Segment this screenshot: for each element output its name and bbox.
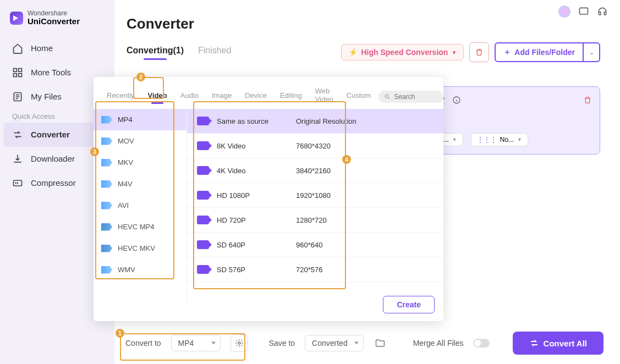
video-format-icon (101, 245, 112, 252)
ptab-recently[interactable]: Recently (101, 89, 140, 105)
sidebar-item-home[interactable]: Home (0, 36, 114, 60)
res-576p[interactable]: SD 576P720*576 (187, 257, 443, 282)
convert-to-label: Convert to (125, 339, 161, 348)
clear-list-button[interactable] (469, 42, 489, 62)
format-m4v[interactable]: M4V (94, 173, 186, 195)
svg-rect-0 (14, 68, 17, 71)
format-hevc-mp4[interactable]: HEVC MP4 (94, 216, 186, 238)
format-wmv[interactable]: WMV (94, 259, 186, 280)
format-hevc-mkv[interactable]: HEVC MKV (94, 238, 186, 259)
annotation-badge-2: 2 (136, 73, 145, 81)
ptab-device[interactable]: Device (239, 89, 272, 105)
format-label: AVI (118, 201, 129, 209)
ptab-webvideo[interactable]: Web Video (310, 85, 339, 109)
res-value: 720*576 (296, 266, 322, 274)
res-720p[interactable]: HD 720P1280*720 (187, 208, 443, 233)
logo-text: Wondershare UniConverter (28, 10, 80, 26)
files-icon (12, 91, 23, 102)
res-name: 4K Video (217, 167, 288, 175)
format-list[interactable]: MP4 MOV MKV M4V AVI HEVC MP4 HEVC MKV WM… (94, 109, 187, 301)
res-1080p[interactable]: HD 1080P1920*1080 (187, 183, 443, 208)
ptab-audio[interactable]: Audio (175, 89, 204, 105)
convert-all-button[interactable]: Convert All (513, 332, 603, 355)
tab-finished[interactable]: Finished (198, 46, 231, 59)
format-label: HEVC MKV (118, 244, 155, 252)
video-icon (197, 166, 209, 175)
toolbar-actions: ⚡ High Speed Conversion ▼ ＋ Add Files/Fo… (341, 42, 600, 62)
home-icon (12, 43, 23, 54)
res-same-as-source[interactable]: Same as sourceOriginal Resolution (187, 109, 443, 134)
merge-toggle[interactable] (473, 339, 490, 348)
search-input[interactable] (394, 93, 438, 101)
open-folder-button[interactable] (374, 337, 387, 350)
format-label: M4V (118, 180, 133, 188)
format-mov[interactable]: MOV (94, 130, 186, 152)
caret-down-icon: ▼ (452, 137, 457, 142)
search-box[interactable] (378, 91, 443, 103)
opt-label: No... (500, 136, 514, 144)
video-icon (197, 191, 209, 200)
search-icon (384, 93, 391, 100)
save-to-select[interactable]: Converted (305, 335, 364, 351)
bolt-icon: ⚡ (348, 48, 358, 57)
brand-line1: Wondershare (28, 9, 67, 17)
res-640p[interactable]: SD 640P960*640 (187, 233, 443, 257)
res-name: Same as source (217, 117, 288, 125)
annotation-badge-1: 1 (116, 329, 124, 338)
high-speed-button[interactable]: ⚡ High Speed Conversion ▼ (341, 44, 464, 60)
format-popup: Recently Video Audio Image Device Editin… (94, 77, 443, 321)
sidebar-item-label: Home (31, 43, 53, 53)
svg-rect-2 (14, 73, 17, 76)
format-mp4[interactable]: MP4 (94, 109, 186, 130)
delete-file-button[interactable] (583, 96, 592, 104)
svg-rect-3 (19, 73, 22, 76)
resolution-list[interactable]: Same as sourceOriginal Resolution 8K Vid… (187, 109, 443, 301)
audio-option[interactable]: ⋮⋮⋮ No... ▼ (471, 133, 528, 146)
svg-point-9 (238, 342, 240, 344)
tab-converting[interactable]: Converting(1) (127, 46, 184, 59)
save-to-label: Save to (269, 339, 295, 348)
res-name: HD 1080P (217, 191, 288, 200)
popup-body: MP4 MOV MKV M4V AVI HEVC MP4 HEVC MKV WM… (94, 109, 443, 301)
annotation-badge-3: 3 (90, 147, 99, 156)
format-label: WMV (118, 266, 135, 274)
res-value: 7680*4320 (296, 142, 331, 150)
video-format-icon (101, 223, 112, 231)
info-icon[interactable] (452, 96, 461, 104)
caret-down-icon: ▼ (451, 49, 457, 56)
format-settings-button[interactable] (231, 334, 248, 352)
res-name: SD 576P (217, 266, 288, 274)
ptab-image[interactable]: Image (206, 89, 237, 105)
file-card-info (437, 96, 592, 104)
res-value: Original Resolution (296, 117, 356, 125)
res-name: HD 720P (217, 216, 288, 224)
popup-tabs: Recently Video Audio Image Device Editin… (94, 77, 443, 109)
res-4k[interactable]: 4K Video3840*2160 (187, 158, 443, 183)
format-mkv[interactable]: MKV (94, 152, 186, 173)
compress-icon (12, 178, 23, 189)
ptab-editing[interactable]: Editing (275, 89, 308, 105)
logo-icon (10, 12, 23, 25)
res-value: 1920*1080 (296, 191, 331, 200)
add-files-button[interactable]: ＋ Add Files/Folder (495, 42, 584, 62)
res-name: SD 640P (217, 241, 288, 249)
format-label: MKV (118, 158, 133, 167)
converter-icon (12, 129, 23, 140)
format-avi[interactable]: AVI (94, 195, 186, 216)
ptab-video[interactable]: Video (142, 89, 173, 105)
create-preset-button[interactable]: Create (383, 296, 435, 313)
res-8k[interactable]: 8K Video7680*4320 (187, 134, 443, 158)
format-label: HEVC MP4 (118, 223, 154, 231)
video-icon (197, 240, 209, 249)
convert-to-select[interactable]: MP4 (171, 335, 221, 351)
bottom-bar: Convert to MP4 Save to Converted Merge A… (114, 329, 620, 357)
add-files-dropdown[interactable]: ⌄ (584, 42, 600, 62)
video-format-icon (101, 159, 112, 167)
video-format-icon (101, 202, 112, 209)
add-files-label: Add Files/Folder (514, 48, 575, 57)
ptab-custom[interactable]: Custom (341, 89, 377, 105)
res-value: 1280*720 (296, 216, 327, 224)
save-to-value: Converted (312, 339, 348, 348)
high-speed-label: High Speed Conversion (361, 48, 448, 57)
svg-rect-1 (19, 68, 22, 71)
